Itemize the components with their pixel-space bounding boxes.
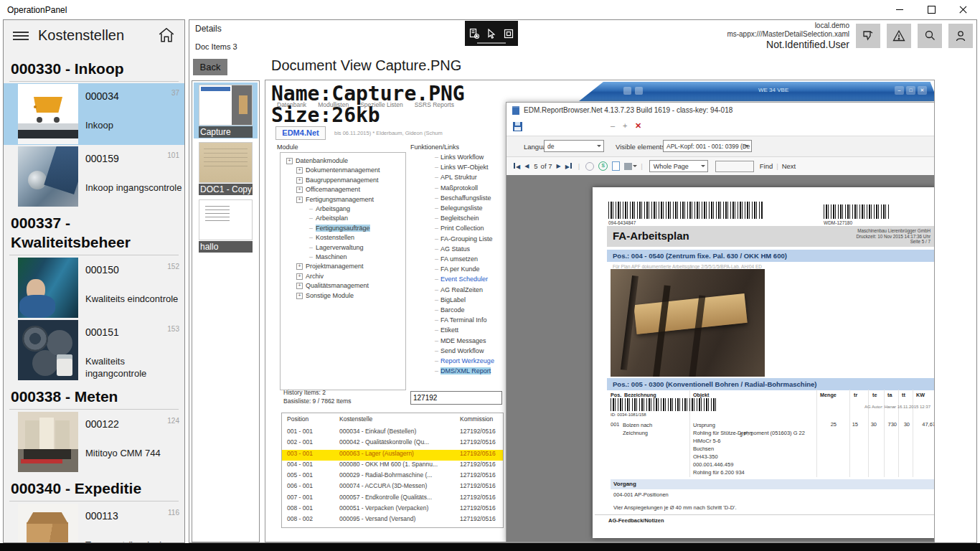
toolbar-drag-handle[interactable] [477,42,506,44]
captured-link-item: MDE Messages [428,336,505,346]
kostenstelle-item[interactable]: 000159 101 Inkoop ingangscontrole [4,146,184,207]
app-window: OperationPanel Kostenstellen 000330 - In… [0,0,980,551]
document-view: Name:Capture.PNGSize:26kb DatenbankModul… [265,80,935,542]
captured-link-item: BigLabel [428,295,505,305]
captured-os-icon [635,87,643,95]
captured-visible-label: Visible elements [616,143,665,151]
captured-report-header: FA-Arbeitsplan Maschinenbau Lierenbrügge… [607,226,935,247]
captured-link-item: Event Scheduler [428,274,505,284]
captured-table-row: 004 - 001 000080 - OKK HM 600 (1. Spannu… [282,461,503,471]
captured-link-item: APL Struktur [428,172,505,182]
environment-label: local.demo [727,22,849,30]
kostenstelle-item[interactable]: 000034 37 Inkoop [4,83,184,145]
captured-col-kommission: Kommission [460,415,493,423]
home-icon[interactable] [157,26,176,44]
minimize-button[interactable] [884,0,915,19]
captured-gridline [898,390,899,477]
captured-link-item: Beschaffungsliste [428,193,505,203]
captured-objekt-line: Rohling für 6.200 934 [693,468,805,476]
maximize-button[interactable] [915,0,947,19]
frame-icon[interactable] [503,28,514,39]
item-code: 000159 [85,153,119,164]
captured-page-current: 5 [534,162,537,170]
captured-tree-item: Maschinen [281,253,405,262]
close-button[interactable] [947,0,979,19]
captured-col-kostenstelle: Kostenstelle [339,415,372,423]
divider [9,81,179,82]
captured-feedback-label: AG-Feedback/Notizen [608,517,664,524]
captured-history-count: History Items: 2 [283,389,326,396]
captured-os-icon [623,87,631,95]
captured-reportbrowser-window: WE 34 VBE – □ ✕ EDM.ReportBrowser.Net 4.… [506,82,935,542]
doc-thumbnail-caption: hallo [199,241,253,253]
captured-table-row: 008 - 002 000095 - Versand (Versand) 127… [282,515,503,526]
search-button[interactable] [918,24,942,48]
captured-th: Menge [820,392,837,398]
captured-link-item: Etikett [428,325,505,335]
captured-barcode [608,202,763,219]
thumbs-down-icon [861,29,875,43]
captured-num: 25 [804,421,837,428]
doc-thumbnail-image [199,199,253,240]
captured-link-item: DMS/XML Report [428,366,505,376]
captured-name-text: Name:Capture.PNGSize:26kb [271,83,465,126]
captured-base-list: Basisliste: 9 / 7862 Items [283,397,352,405]
captured-barcode [824,204,890,219]
captured-find-input [715,161,754,172]
captured-table-row: 007 - 001 000057 - Endkontrolle (Qualitä… [282,494,503,504]
captured-pos-note: Für Plan APF dokumentierte Arbeitsgänge … [613,264,762,269]
captured-link-item: Send Workflow [428,346,505,356]
captured-tree-item: Arbeitsgang [281,204,405,214]
doc-thumbnail[interactable]: Capture [194,83,258,138]
captured-os-title: WE 34 VBE [758,87,788,93]
captured-rb-app-icon [512,106,519,115]
user-button[interactable] [948,24,973,48]
doc-settings-icon[interactable] [468,28,480,39]
captured-tree-item: Lagerverwaltung [281,243,405,253]
divider [9,255,179,255]
item-count-badge: 124 [167,417,179,425]
captured-th: tt [902,392,905,398]
window-title: OperationPanel [7,5,67,15]
captured-currency-icon: $ [598,161,608,171]
captured-visible-select: APL-Kopf: 001 - 001: 0399 (Be [663,140,752,152]
captured-ag-author: AG Autor: Hanar 16.11.2015 12:37 [864,405,930,409]
captured-tree-item: Fertigungsmanagement [281,195,405,204]
captured-vorgang-line: Vier Anspiegelungen je Ø 40 mm nach Schr… [613,504,737,511]
details-label: Details [195,24,222,34]
item-label: Kwaliteits ingangcontrole [85,355,183,380]
kostenstellen-panel: Kostenstellen 000330 - Inkoop 000034 37 … [3,19,185,543]
item-label: Kwaliteits eindcontrole [85,293,183,305]
warning-button[interactable] [887,24,911,48]
kostenstelle-item[interactable]: 000151 153 Kwaliteits ingangcontrole [4,319,184,381]
feedback-button[interactable] [856,24,880,48]
item-photo [18,84,78,144]
item-code: 000122 [85,418,119,430]
captured-links-list: Links WorkflowLinks WF-ObjektAPL Struktu… [428,152,505,453]
kostenstelle-item[interactable]: 000150 152 Kwaliteits eindcontrole [4,257,184,319]
back-button[interactable]: Back [193,59,227,75]
captured-num: 47,67 [910,421,935,428]
captured-tree-item: Sonstige Module [281,291,405,301]
pointer-icon[interactable] [486,28,497,39]
kostenstelle-item[interactable]: 000113 116 Transport (lossing) [4,503,184,542]
kostenstelle-item[interactable]: 000122 124 Mititoyo CMM 744 [4,411,184,473]
captured-link-item: Maßprotokoll [428,183,505,193]
group-header: 000338 - Meten [11,387,177,406]
captured-module-label: Module [277,143,298,151]
item-count-badge: 101 [167,151,179,159]
captured-pagesetup-icon [612,161,620,171]
item-photo [18,258,78,318]
captured-link-item: Begleitschein [428,213,505,223]
captured-th: Pos. [611,392,621,398]
doc-thumbnail[interactable]: hallo [194,197,258,253]
captured-tree-item: Datenbankmodule [281,156,405,166]
doc-thumbnail-rail: Capture DOC1 - Copy hallo [192,80,260,542]
captured-first-page-icon: ◀ [513,163,520,170]
hamburger-menu-icon[interactable] [13,32,29,42]
captured-page-of: of 7 [541,162,552,170]
captured-objekt-line: Ursprung [693,421,805,429]
captured-link-item: FA per Kunde [428,264,505,274]
doc-thumbnail[interactable]: DOC1 - Copy [194,140,258,196]
item-count-badge: 37 [171,89,179,97]
